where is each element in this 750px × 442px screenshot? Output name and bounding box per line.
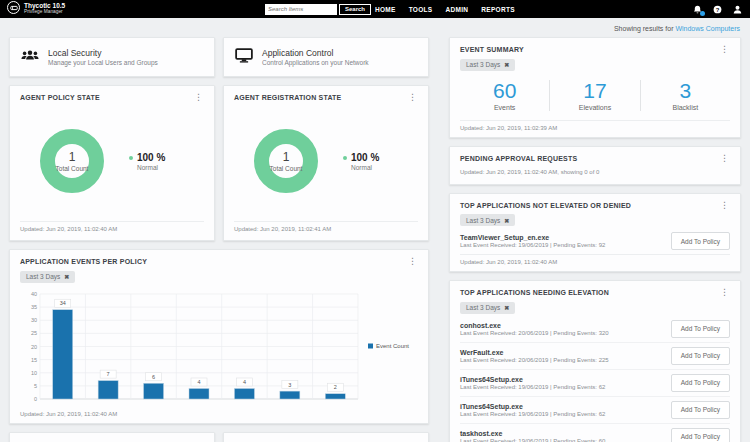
svg-text:4: 4 bbox=[197, 379, 200, 385]
svg-text:25: 25 bbox=[31, 330, 37, 336]
legend-label: Normal bbox=[351, 164, 379, 171]
add-to-policy-button[interactable]: Add To Policy bbox=[671, 374, 730, 392]
app-row: TeamViewer_Setup_en.exeLast Event Receiv… bbox=[460, 228, 730, 254]
help-icon[interactable]: ? bbox=[713, 5, 722, 14]
tag-close-icon[interactable]: ✖ bbox=[64, 274, 69, 280]
card-title: PENDING APPROVAL REQUESTS bbox=[460, 155, 577, 162]
card-menu-icon[interactable]: ⋮ bbox=[719, 202, 730, 209]
app-detail: Last Event Received: 19/06/2019 | Pendin… bbox=[460, 242, 671, 248]
add-to-policy-button[interactable]: Add To Policy bbox=[671, 320, 730, 338]
stat-label: Events bbox=[460, 104, 549, 111]
card-title: AGENT POLICY STATE bbox=[20, 94, 100, 101]
results-scope-link[interactable]: Windows Computers bbox=[675, 25, 740, 32]
app-row: iTunes64Setup.exeLast Event Received: 19… bbox=[460, 396, 730, 423]
donut-count-label: Total Count bbox=[56, 165, 89, 172]
app-row: iTunes64Setup.exeLast Event Received: 19… bbox=[460, 369, 730, 396]
search-button[interactable]: Search bbox=[339, 4, 371, 15]
app-detail: Last Event Received: 20/06/2019 | Pendin… bbox=[460, 330, 671, 336]
tile-application-control[interactable]: Application Control Control Applications… bbox=[223, 37, 429, 77]
bar[interactable] bbox=[98, 380, 118, 398]
card-updated-text: Updated: Jun 20, 2019, 11:02:40 AM, show… bbox=[460, 162, 730, 178]
brand-logo-block[interactable]: Thycotic 10.5 Privilege Manager bbox=[7, 1, 65, 14]
agent-registration-donut-chart: 1 Total Count bbox=[254, 129, 318, 193]
event-summary-stats: 60Events17Elevations3Blacklist bbox=[460, 73, 730, 120]
notification-badge bbox=[700, 11, 705, 16]
top-apps-needing-elevation-card: TOP APPLICATIONS NEEDING ELEVATION ⋮ Las… bbox=[449, 280, 741, 442]
svg-text:2: 2 bbox=[334, 384, 337, 390]
svg-text:3: 3 bbox=[288, 381, 291, 387]
app-name: iTunes64Setup.exe bbox=[460, 376, 671, 383]
app-row: taskhost.exeLast Event Received: 19/06/2… bbox=[460, 423, 730, 442]
tile-subtitle: Control Applications on your Network bbox=[262, 59, 369, 66]
notifications-bell-icon[interactable] bbox=[693, 5, 702, 14]
app-detail: Last Event Received: 19/06/2019 | Pendin… bbox=[460, 438, 671, 442]
legend-label: Normal bbox=[137, 164, 165, 171]
card-menu-icon[interactable]: ⋮ bbox=[719, 155, 730, 162]
stat-label: Elevations bbox=[550, 104, 639, 111]
tile-local-security[interactable]: Local Security Manage your Local Users a… bbox=[9, 37, 215, 77]
stat-label: Blacklist bbox=[641, 104, 730, 111]
add-to-policy-button[interactable]: Add To Policy bbox=[671, 428, 730, 442]
card-title: APPLICATION EVENTS PER POLICY bbox=[20, 258, 147, 265]
donut-count-label: Total Count bbox=[270, 165, 303, 172]
card-updated-text: Updated: Jun 20, 2019, 11:02:40 AM bbox=[20, 409, 418, 417]
filter-tag: Last 3 Days✖ bbox=[20, 271, 75, 283]
svg-text:0: 0 bbox=[34, 396, 37, 402]
nav-item-home[interactable]: HOME bbox=[375, 6, 396, 13]
app-name: conhost.exe bbox=[460, 322, 671, 329]
svg-text:34: 34 bbox=[60, 300, 66, 306]
card-menu-icon[interactable]: ⋮ bbox=[407, 94, 418, 101]
svg-text:4: 4 bbox=[243, 379, 246, 385]
legend-text: Event Count bbox=[376, 343, 409, 349]
legend-value: 100 % bbox=[351, 152, 379, 163]
nav-item-admin[interactable]: ADMIN bbox=[445, 6, 468, 13]
tag-close-icon[interactable]: ✖ bbox=[504, 218, 509, 224]
card-menu-icon[interactable]: ⋮ bbox=[193, 94, 204, 101]
app-name: TeamViewer_Setup_en.exe bbox=[460, 234, 671, 241]
card-menu-icon[interactable]: ⋮ bbox=[719, 289, 730, 296]
app-detail: Last Event Received: 19/06/2019 | Pendin… bbox=[460, 384, 671, 390]
needing-elevation-app-list: conhost.exeLast Event Received: 20/06/20… bbox=[460, 316, 730, 442]
card-title: TOP APPLICATIONS NEEDING ELEVATION bbox=[460, 289, 609, 296]
nav-item-tools[interactable]: TOOLS bbox=[409, 6, 433, 13]
donut-total-count: 1 bbox=[69, 150, 76, 164]
app-row: WerFault.exeLast Event Received: 20/06/2… bbox=[460, 342, 730, 369]
tag-close-icon[interactable]: ✖ bbox=[504, 305, 509, 311]
legend-dot bbox=[129, 156, 133, 160]
card-updated-text: Updated: Jun 20, 2019, 11:02:40 AM bbox=[20, 221, 204, 232]
pending-approval-requests-card: PENDING APPROVAL REQUESTS ⋮ Updated: Jun… bbox=[449, 146, 741, 185]
tag-close-icon[interactable]: ✖ bbox=[504, 62, 509, 68]
card-menu-icon[interactable]: ⋮ bbox=[407, 258, 418, 265]
bar[interactable] bbox=[53, 309, 73, 398]
stat-value: 17 bbox=[550, 80, 639, 102]
user-profile-icon[interactable] bbox=[733, 5, 742, 14]
tile-title: Local Security bbox=[48, 48, 158, 58]
filter-tag: Last 3 Days✖ bbox=[460, 302, 515, 314]
svg-text:35: 35 bbox=[31, 304, 37, 310]
stat-blacklist: 3Blacklist bbox=[640, 80, 730, 111]
add-to-policy-button[interactable]: Add To Policy bbox=[671, 232, 730, 250]
monitor-icon bbox=[235, 48, 253, 67]
bar[interactable] bbox=[234, 388, 254, 399]
results-scope-bar: Showing results for Windows Computers bbox=[0, 18, 750, 37]
app-name: taskhost.exe bbox=[460, 430, 671, 437]
svg-text:6: 6 bbox=[152, 373, 155, 379]
users-icon bbox=[21, 48, 39, 66]
bar[interactable] bbox=[189, 388, 209, 399]
bar[interactable] bbox=[144, 383, 164, 399]
add-to-policy-button[interactable]: Add To Policy bbox=[671, 347, 730, 365]
nav-item-reports[interactable]: REPORTS bbox=[481, 6, 515, 13]
card-menu-icon[interactable]: ⋮ bbox=[719, 46, 730, 53]
bar[interactable] bbox=[325, 393, 345, 398]
search-input[interactable] bbox=[265, 4, 337, 15]
filter-tag: Last 3 Days✖ bbox=[460, 214, 515, 226]
bar[interactable] bbox=[280, 391, 300, 399]
donut-total-count: 1 bbox=[283, 150, 290, 164]
svg-text:5: 5 bbox=[34, 382, 37, 388]
svg-text:?: ? bbox=[716, 6, 720, 12]
card-title: TOP APPLICATIONS NOT ELEVATED OR DENIED bbox=[460, 202, 631, 209]
add-to-policy-button[interactable]: Add To Policy bbox=[671, 401, 730, 419]
main-nav: HOMETOOLSADMINREPORTS bbox=[375, 0, 515, 18]
thycotic-logo-icon bbox=[7, 1, 20, 14]
card-updated-text: Updated: Jun 20, 2019, 11:02:40 AM bbox=[460, 254, 730, 265]
